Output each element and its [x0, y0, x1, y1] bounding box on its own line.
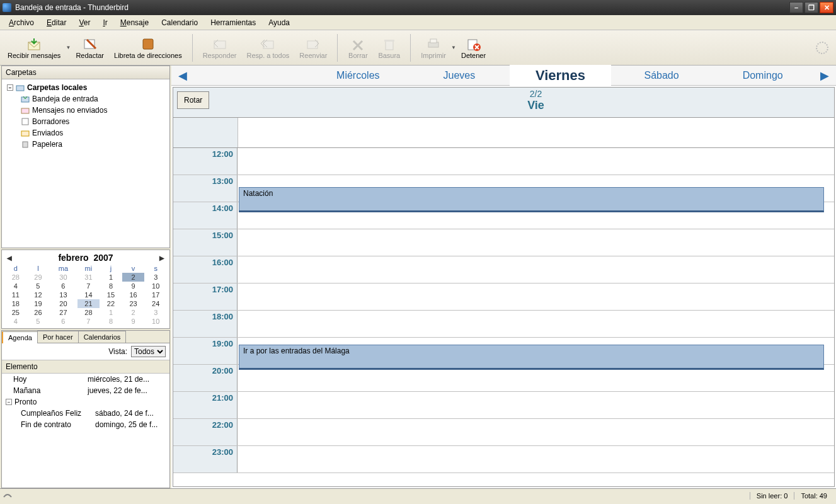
rotate-button[interactable]: Rotar	[177, 91, 209, 109]
minical-day[interactable]: 22	[100, 299, 122, 308]
hour-cell[interactable]	[238, 284, 834, 310]
hour-row[interactable]: 12:00	[173, 148, 834, 175]
hour-cell[interactable]	[238, 392, 834, 418]
agenda-row[interactable]: Mañanajueves, 22 de fe...	[2, 385, 169, 396]
get-mail-button[interactable]: Recibir mensajes	[3, 35, 66, 60]
folder-trash[interactable]: Papelera	[4, 139, 167, 150]
minical-day[interactable]: 28	[4, 273, 27, 282]
close-button[interactable]: ✕	[820, 2, 833, 13]
menu-ir[interactable]: Ir	[98, 17, 112, 28]
minical-day[interactable]: 12	[27, 290, 50, 299]
minical-day[interactable]: 20	[49, 299, 77, 308]
addressbook-button[interactable]: Libreta de direcciones	[109, 35, 187, 60]
minical-day[interactable]: 23	[122, 299, 145, 308]
agenda-row[interactable]: Fin de contratodomingo, 25 de f...	[2, 419, 169, 430]
minical-day[interactable]: 27	[49, 308, 77, 317]
hour-row[interactable]: 16:00	[173, 256, 834, 284]
hour-row[interactable]: 22:00	[173, 419, 834, 446]
calendar-event[interactable]: Ir a por las entradas del Málaga	[239, 345, 824, 370]
collapse-icon[interactable]: −	[7, 84, 13, 91]
delete-button[interactable]: Borrar	[343, 35, 373, 60]
menu-ver[interactable]: Ver	[74, 17, 95, 28]
maximize-button[interactable]: ❐	[805, 2, 818, 13]
day-tab[interactable]: Domingo	[712, 67, 813, 84]
folder-unsent[interactable]: Mensajes no enviados	[4, 105, 167, 116]
vista-select[interactable]: Todos	[131, 346, 166, 357]
minical-day[interactable]: 8	[100, 317, 122, 326]
hour-cell[interactable]	[238, 446, 834, 472]
minical-day[interactable]: 16	[122, 290, 145, 299]
stop-button[interactable]: Detener	[456, 35, 491, 60]
folder-sent[interactable]: Enviados	[4, 127, 167, 139]
minical-day[interactable]: 7	[77, 282, 100, 290]
hour-row[interactable]: 17:00	[173, 284, 834, 311]
hour-cell[interactable]	[238, 256, 834, 283]
minical-day[interactable]: 29	[27, 273, 50, 282]
folder-drafts[interactable]: Borradores	[4, 116, 167, 127]
minical-day[interactable]: 3	[144, 273, 167, 282]
minical-next[interactable]: ▶	[157, 255, 167, 261]
minical-day[interactable]: 6	[49, 282, 77, 290]
minical-day[interactable]: 10	[144, 282, 167, 290]
day-tab[interactable]: Sábado	[611, 67, 713, 84]
collapse-icon[interactable]: −	[6, 399, 12, 405]
agenda-row[interactable]: Hoymiércoles, 21 de...	[2, 374, 169, 385]
minical-day[interactable]: 24	[144, 299, 167, 308]
tab-porhacer[interactable]: Por hacer	[37, 331, 79, 343]
agenda-group[interactable]: −Pronto	[2, 396, 169, 408]
minical-day[interactable]: 11	[4, 290, 27, 299]
minical-day[interactable]: 19	[27, 299, 50, 308]
print-button[interactable]: Imprimir	[416, 35, 451, 60]
menu-herramientas[interactable]: Herramientas	[205, 17, 261, 28]
hour-row[interactable]: 21:00	[173, 392, 834, 419]
junk-button[interactable]: Basura	[373, 35, 405, 60]
prev-day-button[interactable]: ◀	[171, 69, 194, 83]
minical-day[interactable]: 10	[144, 317, 167, 326]
minical-day[interactable]: 3	[144, 308, 167, 317]
replyall-button[interactable]: Resp. a todos	[241, 35, 294, 60]
hour-cell[interactable]	[238, 148, 834, 175]
minical-day[interactable]: 15	[100, 290, 122, 299]
hour-cell[interactable]	[238, 311, 834, 337]
day-tab[interactable]: Miércoles	[307, 67, 409, 84]
hours-scroll[interactable]: 12:0013:0014:0015:0016:0017:0018:0019:00…	[173, 148, 834, 486]
minical-day[interactable]: 17	[144, 290, 167, 299]
hour-cell[interactable]	[238, 419, 834, 445]
agenda-row[interactable]: Cumpleaños Felizsábado, 24 de f...	[2, 408, 169, 419]
minimize-button[interactable]: –	[789, 2, 803, 13]
menu-ayuda[interactable]: Ayuda	[263, 17, 295, 28]
hour-cell[interactable]	[238, 229, 834, 256]
tab-agenda[interactable]: Agenda	[2, 331, 38, 343]
minical-day[interactable]: 8	[100, 282, 122, 290]
minical-day[interactable]: 2	[122, 273, 145, 282]
minical-day[interactable]: 4	[4, 317, 27, 326]
next-day-button[interactable]: ▶	[813, 69, 836, 83]
minical-day[interactable]: 2	[122, 308, 145, 317]
get-mail-dropdown[interactable]: ▼	[66, 45, 71, 50]
minical-day[interactable]: 31	[77, 273, 100, 282]
minical-day[interactable]: 25	[4, 308, 27, 317]
compose-button[interactable]: Redactar	[71, 35, 109, 60]
minical-day[interactable]: 18	[4, 299, 27, 308]
print-dropdown[interactable]: ▼	[451, 45, 456, 50]
hour-row[interactable]: 23:00	[173, 446, 834, 473]
minical-day[interactable]: 14	[77, 290, 100, 299]
minical-day[interactable]: 13	[49, 290, 77, 299]
day-tab-active[interactable]: Viernes	[510, 65, 611, 86]
minical-prev[interactable]: ◀	[4, 255, 14, 261]
menu-mensaje[interactable]: Mensaje	[115, 17, 154, 28]
minical-day[interactable]: 4	[4, 282, 27, 290]
calendar-event[interactable]: Natación	[239, 187, 824, 212]
minical-day[interactable]: 1	[100, 273, 122, 282]
hour-row[interactable]: 18:00	[173, 311, 834, 338]
folder-inbox[interactable]: Bandeja de entrada	[4, 93, 167, 105]
minical-day[interactable]: 5	[27, 282, 50, 290]
minical-day[interactable]: 26	[27, 308, 50, 317]
allday-cell[interactable]	[238, 118, 834, 147]
forward-button[interactable]: Reenviar	[294, 35, 332, 60]
minical-day[interactable]: 9	[122, 282, 145, 290]
minical-day[interactable]: 5	[27, 317, 50, 326]
day-tab[interactable]: Jueves	[409, 67, 510, 84]
tab-calendarios[interactable]: Calendarios	[78, 331, 127, 343]
minical-day[interactable]: 28	[77, 308, 100, 317]
